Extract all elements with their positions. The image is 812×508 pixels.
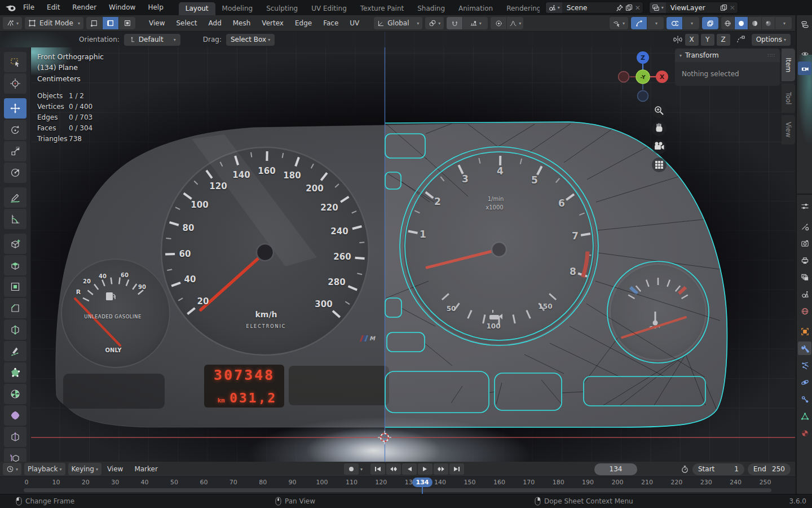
outliner-selected-camera[interactable] (798, 62, 811, 75)
show-gizmo-toggle[interactable] (631, 17, 647, 29)
workspace-tab-texture-paint[interactable]: Texture Paint (354, 2, 411, 15)
play-reverse-button[interactable] (402, 463, 417, 475)
tool-shrink-fatten[interactable] (4, 448, 27, 462)
properties-tab-object[interactable] (798, 325, 811, 338)
tool-inset-faces[interactable] (4, 277, 27, 297)
jump-to-end-button[interactable] (449, 463, 464, 475)
pan-hand-button[interactable] (652, 121, 667, 136)
workspace-tab-sculpting[interactable]: Sculpting (259, 2, 304, 15)
outliner-editor-button[interactable] (798, 17, 811, 31)
mode-dropdown[interactable]: Edit Mode ▾ (25, 17, 83, 29)
menu-file[interactable]: File (17, 0, 41, 15)
viewlayer-browse-button[interactable]: ▾ (650, 2, 666, 13)
tool-select-box[interactable] (4, 52, 27, 72)
menu-window[interactable]: Window (103, 0, 142, 15)
shading-rendered-button[interactable] (762, 17, 775, 29)
tool-annotate[interactable] (4, 187, 27, 208)
gizmo-settings-dropdown[interactable]: ▾ (647, 17, 664, 29)
properties-editor-button[interactable] (798, 199, 811, 213)
current-frame-indicator[interactable]: 134 (412, 478, 433, 487)
remove-viewlayer-icon[interactable]: ✕ (730, 4, 735, 12)
menu-edit[interactable]: Edit (41, 0, 66, 15)
mirror-x-toggle[interactable]: X (685, 34, 699, 46)
timeline-marker-menu[interactable]: Marker (129, 465, 163, 473)
properties-tab-tool[interactable] (798, 220, 811, 233)
timeline-ruler[interactable]: 0102030405060708090100110120130140150160… (0, 477, 795, 494)
menu-add[interactable]: Add (203, 19, 227, 27)
mirror-z-toggle[interactable]: Z (717, 34, 730, 46)
timeline-editor-type-button[interactable]: ▾ (3, 463, 21, 475)
camera-view-button[interactable] (652, 139, 667, 154)
drag-mode-dropdown[interactable]: Select Box ▾ (226, 34, 275, 46)
properties-tab-constraints[interactable] (798, 392, 811, 406)
tool-smooth[interactable] (4, 405, 27, 426)
show-overlays-toggle[interactable] (667, 17, 683, 29)
edge-select-mode-button[interactable] (103, 17, 119, 29)
workspace-tab-shading[interactable]: Shading (411, 2, 452, 15)
menu-render[interactable]: Render (66, 0, 103, 15)
properties-tab-view-layer[interactable] (798, 270, 811, 284)
play-button[interactable] (418, 463, 433, 475)
start-frame-field[interactable]: Start 1 (692, 463, 744, 475)
timeline-scrollbar[interactable] (24, 488, 771, 492)
tool-move[interactable] (4, 98, 27, 119)
copy-icon[interactable] (720, 4, 727, 11)
properties-tab-output[interactable] (798, 253, 811, 267)
shading-material-button[interactable] (748, 17, 762, 29)
keying-menu[interactable]: Keying▾ (68, 463, 102, 475)
tool-rotate[interactable] (4, 120, 27, 140)
new-copy-icon[interactable] (625, 4, 633, 11)
properties-tab-modifiers[interactable] (798, 341, 811, 355)
sidebar-tab-view[interactable]: View (782, 115, 795, 144)
transform-orientation-dropdown[interactable]: Global ▾ (374, 17, 422, 29)
scene-browse-button[interactable]: ▾ (546, 2, 562, 13)
shading-wireframe-button[interactable] (721, 17, 735, 29)
end-frame-field[interactable]: End 250 (748, 463, 791, 475)
workspace-tab-modeling[interactable]: Modeling (215, 2, 260, 15)
workspace-tab-rendering[interactable]: Rendering (500, 2, 540, 15)
properties-tab-world[interactable] (798, 304, 811, 318)
shading-solid-button[interactable] (735, 17, 748, 29)
tool-scale[interactable] (4, 141, 27, 161)
workspace-tab-uv-editing[interactable]: UV Editing (304, 2, 354, 15)
viewport-canvas[interactable]: Orientation: Default ▾ Drag: Select Box … (0, 32, 795, 462)
tool-edge-slide[interactable] (4, 427, 27, 447)
face-select-mode-button[interactable] (119, 17, 135, 29)
panel-drag-dots-icon[interactable]: ∷∷ (768, 52, 775, 58)
tool-extrude-region[interactable] (4, 255, 27, 275)
tool-bevel[interactable] (4, 298, 27, 318)
properties-tab-material[interactable] (798, 426, 811, 440)
tool-poly-build[interactable] (4, 362, 27, 383)
menu-help[interactable]: Help (142, 0, 169, 15)
tool-cursor[interactable] (4, 73, 27, 94)
timeline-view-menu[interactable]: View (102, 465, 129, 473)
menu-mesh[interactable]: Mesh (227, 19, 257, 27)
unlink-scene-icon[interactable]: ✕ (635, 4, 641, 12)
properties-tab-render[interactable] (798, 237, 811, 250)
sidebar-tab-item[interactable]: Item (782, 49, 795, 81)
sidebar-tab-tool[interactable]: Tool (782, 84, 795, 113)
jump-to-start-button[interactable] (370, 463, 385, 475)
snap-toggle-button[interactable] (447, 17, 463, 29)
properties-tab-particles[interactable] (798, 358, 811, 372)
tool-loop-cut[interactable] (4, 319, 27, 340)
mirror-y-toggle[interactable]: Y (701, 34, 714, 46)
menu-face[interactable]: Face (317, 19, 344, 27)
playback-menu[interactable]: Playback▾ (24, 463, 65, 475)
tool-knife[interactable] (4, 341, 27, 361)
snap-settings-dropdown[interactable]: ▾ (463, 17, 488, 29)
proportional-falloff-dropdown[interactable]: ▾ (507, 17, 523, 29)
gizmo-negz-axis[interactable] (638, 91, 648, 102)
outliner-eye-toggle[interactable] (798, 47, 811, 60)
menu-vertex[interactable]: Vertex (256, 19, 289, 27)
tool-add-cube[interactable] (4, 234, 27, 254)
proportional-projected-icon[interactable] (736, 35, 746, 44)
scene-name[interactable]: Scene (562, 4, 614, 12)
tool-spin[interactable] (4, 384, 27, 404)
workspace-tab-animation[interactable]: Animation (452, 2, 500, 15)
grid-ortho-button[interactable] (652, 157, 667, 172)
properties-tab-physics[interactable] (798, 375, 811, 389)
mirror-icon[interactable] (673, 35, 683, 44)
auto-keying-toggle[interactable] (344, 463, 359, 475)
menu-uv[interactable]: UV (344, 19, 365, 27)
